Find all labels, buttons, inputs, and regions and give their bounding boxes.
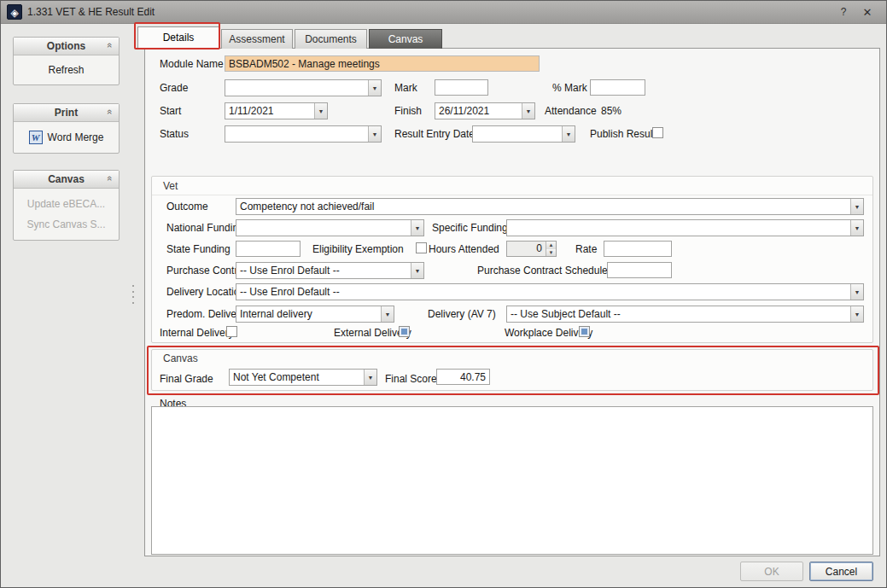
delivery-av7-select[interactable]: -- Use Subject Default -- ▼ bbox=[506, 306, 864, 323]
final-score-field[interactable]: 40.75 bbox=[436, 369, 490, 385]
hours-attended-label: Hours Attended bbox=[429, 243, 499, 255]
result-entry-date-picker[interactable]: ▼ bbox=[472, 125, 575, 143]
workplace-delivery-checkbox[interactable] bbox=[579, 326, 590, 337]
dialog-window: ◈ 1.331 VET & HE Result Edit ? ✕ Options… bbox=[0, 0, 887, 588]
word-merge-button[interactable]: W Word Merge bbox=[14, 127, 119, 148]
print-panel-header[interactable]: Print « bbox=[14, 104, 119, 122]
module-name-field[interactable]: BSBADM502 - Manage meetings bbox=[225, 55, 540, 72]
delivery-location-value: -- Use Enrol Default -- bbox=[236, 284, 850, 300]
chevron-down-icon[interactable]: ▼ bbox=[522, 103, 534, 119]
chevron-down-icon[interactable]: ▼ bbox=[850, 284, 863, 300]
tab-assessment[interactable]: Assessment bbox=[221, 29, 293, 49]
canvas-panel-header[interactable]: Canvas « bbox=[14, 171, 119, 189]
hours-attended-value: 0 bbox=[507, 242, 546, 256]
collapse-chevron-icon: « bbox=[105, 43, 115, 48]
outcome-value: Competency not achieved/fail bbox=[236, 199, 850, 214]
notes-textarea[interactable] bbox=[151, 406, 873, 555]
sync-canvas-button[interactable]: Sync Canvas S... bbox=[14, 214, 119, 235]
chevron-down-icon[interactable]: ▼ bbox=[850, 306, 863, 322]
final-grade-label: Final Grade bbox=[160, 373, 213, 385]
status-label: Status bbox=[160, 128, 189, 140]
external-delivery-checkbox[interactable] bbox=[399, 326, 410, 337]
predom-delivery-label: Predom. Delivery bbox=[166, 308, 245, 320]
chevron-down-icon[interactable]: ▼ bbox=[381, 306, 394, 322]
chevron-down-icon[interactable]: ▼ bbox=[850, 199, 863, 214]
update-ebecas-button[interactable]: Update eBECA... bbox=[14, 194, 119, 214]
delivery-av7-value: -- Use Subject Default -- bbox=[507, 306, 850, 322]
outcome-select[interactable]: Competency not achieved/fail ▼ bbox=[236, 198, 864, 215]
status-select[interactable]: ▼ bbox=[225, 125, 382, 143]
cancel-button[interactable]: Cancel bbox=[809, 562, 873, 581]
chevron-down-icon[interactable]: ▼ bbox=[364, 370, 376, 385]
finish-label: Finish bbox=[394, 105, 422, 117]
purchase-contract-value: -- Use Enrol Default -- bbox=[236, 263, 411, 278]
mark-field[interactable] bbox=[435, 79, 488, 96]
title-bar: ◈ 1.331 VET & HE Result Edit ? ✕ bbox=[1, 1, 886, 24]
grade-select[interactable]: ▼ bbox=[225, 79, 382, 96]
attendance-value: 85% bbox=[601, 105, 621, 117]
vet-group-separator bbox=[152, 195, 872, 195]
canvas-panel: Canvas « Update eBECA... Sync Canvas S..… bbox=[13, 170, 120, 241]
close-button[interactable]: ✕ bbox=[859, 4, 876, 20]
options-panel-title: Options bbox=[47, 40, 85, 52]
help-button[interactable]: ? bbox=[835, 4, 852, 20]
ok-button[interactable]: OK bbox=[740, 562, 803, 581]
hours-attended-stepper[interactable]: 0 ▲▼ bbox=[506, 241, 557, 257]
word-icon: W bbox=[29, 131, 43, 144]
final-score-value: 40.75 bbox=[460, 371, 486, 383]
chevron-down-icon[interactable]: ▼ bbox=[368, 80, 381, 96]
result-entry-date-label: Result Entry Date bbox=[394, 128, 475, 140]
purchase-contract-schedule-field[interactable] bbox=[607, 262, 672, 278]
final-grade-select[interactable]: Not Yet Competent ▼ bbox=[229, 369, 377, 386]
internal-delivery-checkbox[interactable] bbox=[226, 326, 237, 337]
spinner-arrows-icon[interactable]: ▲▼ bbox=[546, 242, 556, 256]
start-label: Start bbox=[160, 105, 181, 117]
chevron-down-icon[interactable]: ▼ bbox=[411, 220, 423, 236]
refresh-button[interactable]: Refresh bbox=[14, 60, 119, 80]
pct-mark-field[interactable] bbox=[590, 79, 645, 96]
canvas-group-title: Canvas bbox=[163, 352, 198, 364]
purchase-contract-select[interactable]: -- Use Enrol Default -- ▼ bbox=[236, 262, 424, 279]
tab-details[interactable]: Details bbox=[137, 26, 219, 49]
window-title: 1.331 VET & HE Result Edit bbox=[27, 6, 155, 18]
specific-funding-label: Specific Funding bbox=[432, 222, 508, 234]
predom-delivery-value: Internal delivery bbox=[236, 306, 381, 322]
chevron-down-icon[interactable]: ▼ bbox=[368, 126, 381, 142]
start-date-value: 1/11/2021 bbox=[225, 103, 314, 119]
finish-date-picker[interactable]: 26/11/2021 ▼ bbox=[435, 102, 535, 119]
delivery-location-select[interactable]: -- Use Enrol Default -- ▼ bbox=[236, 283, 864, 300]
tab-canvas[interactable]: Canvas bbox=[369, 29, 442, 49]
attendance-label: Attendance bbox=[545, 105, 597, 117]
national-funding-select[interactable]: ▼ bbox=[236, 219, 424, 236]
rate-field[interactable] bbox=[604, 241, 672, 257]
predom-delivery-select[interactable]: Internal delivery ▼ bbox=[236, 306, 394, 323]
final-score-label: Final Score bbox=[385, 373, 437, 385]
options-panel-body: Refresh bbox=[14, 55, 119, 84]
chevron-down-icon[interactable]: ▼ bbox=[562, 126, 575, 142]
module-name-label: Module Name bbox=[160, 58, 224, 70]
options-panel-header[interactable]: Options « bbox=[14, 38, 119, 55]
canvas-panel-body: Update eBECA... Sync Canvas S... bbox=[14, 189, 119, 240]
start-date-picker[interactable]: 1/11/2021 ▼ bbox=[225, 102, 328, 119]
chevron-down-icon[interactable]: ▼ bbox=[411, 263, 423, 278]
chevron-down-icon[interactable]: ▼ bbox=[314, 103, 327, 119]
purchase-contract-schedule-label: Purchase Contract Schedule bbox=[477, 265, 608, 277]
publish-result-checkbox[interactable] bbox=[652, 127, 663, 138]
print-panel-title: Print bbox=[55, 107, 78, 119]
word-merge-label: Word Merge bbox=[48, 131, 104, 143]
print-panel: Print « W Word Merge bbox=[13, 103, 120, 154]
chevron-down-icon[interactable]: ▼ bbox=[850, 220, 863, 236]
tab-documents[interactable]: Documents bbox=[295, 29, 367, 49]
state-funding-field[interactable] bbox=[236, 241, 301, 257]
delivery-av7-label: Delivery (AV 7) bbox=[428, 308, 496, 320]
eligibility-exemption-checkbox[interactable] bbox=[416, 242, 427, 253]
publish-result-label: Publish Result bbox=[590, 128, 656, 140]
specific-funding-select[interactable]: ▼ bbox=[506, 219, 864, 236]
app-logo-icon: ◈ bbox=[7, 4, 22, 20]
grade-label: Grade bbox=[160, 82, 188, 94]
vet-group-title: Vet bbox=[163, 180, 178, 192]
module-name-value: BSBADM502 - Manage meetings bbox=[229, 58, 380, 70]
canvas-panel-title: Canvas bbox=[48, 173, 85, 185]
sidebar-splitter-handle[interactable] bbox=[131, 283, 136, 306]
rate-label: Rate bbox=[575, 243, 597, 255]
